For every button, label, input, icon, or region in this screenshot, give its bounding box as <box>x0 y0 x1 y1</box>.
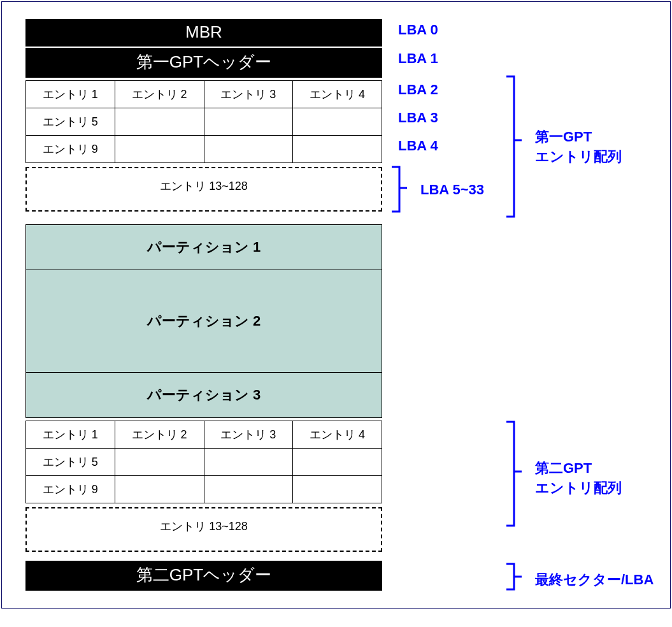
lba-4: LBA 4 <box>398 138 438 154</box>
partition-1: パーティション 1 <box>25 224 382 270</box>
entry-cell: エントリ 2 <box>115 421 204 449</box>
lba-0: LBA 0 <box>398 22 438 38</box>
entry-cell: エントリ 3 <box>204 421 293 449</box>
lba-1: LBA 1 <box>398 50 438 67</box>
entry-cell <box>204 476 293 503</box>
gpt2-header-row: 第二GPTヘッダー <box>25 561 382 591</box>
entry-cell: エントリ 4 <box>293 81 382 108</box>
gpt1-entries-table: エントリ 1 エントリ 2 エントリ 3 エントリ 4 エントリ 5 エントリ … <box>25 80 382 163</box>
lba-5-33: LBA 5~33 <box>420 182 484 198</box>
entry-cell <box>115 449 204 476</box>
gpt2-header-label: 第二GPTヘッダー <box>136 565 271 584</box>
lba-3: LBA 3 <box>398 110 438 126</box>
gpt1-array-label: 第一GPTエントリ配列 <box>535 127 622 167</box>
entry-cell: エントリ 3 <box>204 81 293 108</box>
entry-cell <box>115 108 204 136</box>
entry-cell <box>204 449 293 476</box>
last-sector-label: 最終セクター/LBA <box>535 570 654 589</box>
partitions: パーティション 1 パーティション 2 パーティション 3 <box>25 224 382 418</box>
gpt1-header-label: 第一GPTヘッダー <box>136 52 271 71</box>
entry-cell: エントリ 9 <box>26 136 115 163</box>
entry-cell: エントリ 1 <box>26 81 115 108</box>
entry-cell: エントリ 4 <box>293 421 382 449</box>
entry-cell: エントリ 1 <box>26 421 115 449</box>
entries-rest-label: エントリ 13~128 <box>160 520 248 533</box>
entry-cell: エントリ 5 <box>26 108 115 136</box>
entry-cell: エントリ 2 <box>115 81 204 108</box>
gpt1-header-row: 第一GPTヘッダー <box>25 48 382 78</box>
entry-cell: エントリ 5 <box>26 449 115 476</box>
entry-cell <box>293 449 382 476</box>
entry-cell <box>115 476 204 503</box>
entry-cell <box>115 136 204 163</box>
partition-2: パーティション 2 <box>25 270 382 373</box>
entries-rest-label: エントリ 13~128 <box>160 180 248 192</box>
lba-2: LBA 2 <box>398 82 438 98</box>
gpt1-entries-rest: エントリ 13~128 <box>25 167 382 212</box>
entry-cell <box>293 476 382 503</box>
entry-cell <box>204 136 293 163</box>
entry-cell <box>204 108 293 136</box>
mbr-row: MBR <box>25 19 382 47</box>
entry-cell <box>293 108 382 136</box>
partition-3: パーティション 3 <box>25 373 382 418</box>
gpt2-entries-rest: エントリ 13~128 <box>25 507 382 552</box>
gpt2-array-label: 第二GPTエントリ配列 <box>535 459 622 498</box>
gpt2-entries-table: エントリ 1 エントリ 2 エントリ 3 エントリ 4 エントリ 5 エントリ … <box>25 421 382 503</box>
entry-cell: エントリ 9 <box>26 476 115 503</box>
mbr-label: MBR <box>185 22 222 41</box>
entry-cell <box>293 136 382 163</box>
